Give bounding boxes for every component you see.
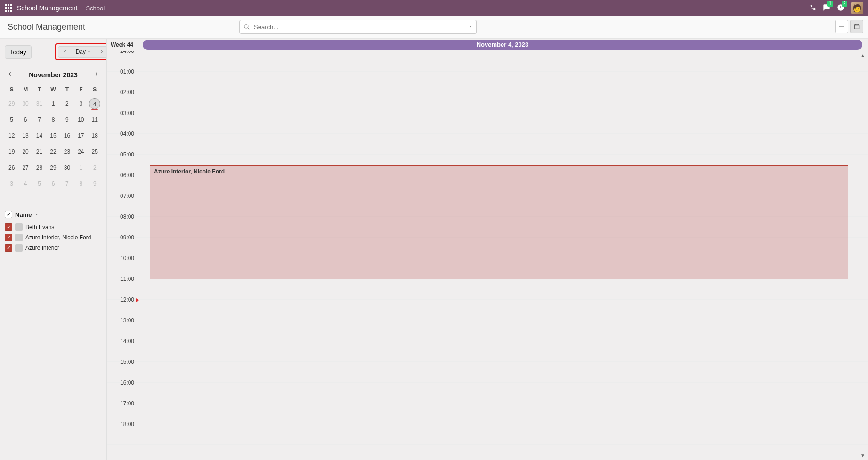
filter-checkbox[interactable]: ✓ bbox=[5, 234, 12, 241]
prev-day-button[interactable] bbox=[58, 46, 72, 58]
calendar-day[interactable]: 6 bbox=[18, 112, 32, 128]
month-title: November 2023 bbox=[29, 71, 78, 79]
hour-label: 14:00 bbox=[107, 337, 139, 358]
filter-avatar bbox=[15, 223, 23, 231]
arrow-right-icon bbox=[99, 49, 105, 55]
calendar-day[interactable]: 8 bbox=[74, 176, 88, 192]
sidebar: Today Day November 2023 SMTWTFS 29303112… bbox=[0, 39, 106, 460]
calendar-day[interactable]: 17 bbox=[74, 128, 88, 144]
hour-label: 15:00 bbox=[107, 358, 139, 378]
hour-label: 18:00 bbox=[107, 420, 139, 441]
calendar-day[interactable]: 15 bbox=[46, 128, 60, 144]
day-pill[interactable]: November 4, 2023 bbox=[143, 40, 862, 50]
search-input[interactable] bbox=[254, 24, 460, 31]
activity-icon[interactable]: 2 bbox=[837, 4, 844, 13]
filter-avatar bbox=[15, 234, 23, 241]
calendar-day[interactable]: 20 bbox=[18, 144, 32, 160]
calendar-day[interactable]: 29 bbox=[5, 96, 18, 112]
prev-month-button[interactable] bbox=[7, 71, 13, 79]
calendar-day[interactable]: 3 bbox=[5, 176, 18, 192]
hour-label: 07:00 bbox=[107, 192, 139, 213]
filter-header[interactable]: ✓ Name bbox=[5, 211, 102, 218]
calendar-day[interactable]: 30 bbox=[18, 96, 32, 112]
date-nav-group: Day bbox=[55, 43, 106, 60]
calendar-day[interactable]: 25 bbox=[88, 144, 102, 160]
hour-label: 09:00 bbox=[107, 234, 139, 254]
calendar-day[interactable]: 2 bbox=[60, 96, 74, 112]
calendar-day[interactable]: 10 bbox=[74, 112, 88, 128]
chat-badge: 1 bbox=[827, 1, 833, 7]
hour-label: 04:00 bbox=[107, 130, 139, 150]
calendar-day[interactable]: 7 bbox=[60, 176, 74, 192]
calendar-day[interactable]: 5 bbox=[32, 176, 46, 192]
next-month-button[interactable] bbox=[93, 71, 100, 79]
filter-label: Beth Evans bbox=[25, 224, 54, 230]
apps-icon[interactable] bbox=[5, 4, 12, 12]
now-indicator bbox=[139, 300, 862, 300]
calendar-day[interactable]: 14 bbox=[32, 128, 46, 144]
filter-checkbox[interactable]: ✓ bbox=[5, 223, 12, 231]
scale-dropdown[interactable]: Day bbox=[72, 46, 95, 58]
calendar-day[interactable]: 28 bbox=[32, 160, 46, 176]
hour-label: 24:00 bbox=[107, 51, 139, 67]
calendar-day[interactable]: 1 bbox=[74, 160, 88, 176]
search-box[interactable] bbox=[239, 20, 464, 34]
filter-item[interactable]: ✓Azure Interior bbox=[5, 243, 102, 253]
view-calendar-button[interactable] bbox=[850, 20, 863, 33]
chat-icon[interactable]: 1 bbox=[823, 4, 830, 13]
calendar-day[interactable]: 26 bbox=[5, 160, 18, 176]
calendar-day[interactable]: 24 bbox=[74, 144, 88, 160]
calendar-day[interactable]: 22 bbox=[46, 144, 60, 160]
filter-label: Azure Interior bbox=[25, 245, 59, 251]
calendar-day[interactable]: 31 bbox=[32, 96, 46, 112]
mini-calendar: SMTWTFS 29303112345678910111213141516171… bbox=[5, 83, 102, 192]
hour-label: 17:00 bbox=[107, 400, 139, 420]
calendar-day[interactable]: 8 bbox=[46, 112, 60, 128]
calendar-day[interactable]: 4 bbox=[18, 176, 32, 192]
hour-label: 08:00 bbox=[107, 213, 139, 233]
calendar-day[interactable]: 12 bbox=[5, 128, 18, 144]
calendar-day[interactable]: 29 bbox=[46, 160, 60, 176]
filter-item[interactable]: ✓Beth Evans bbox=[5, 222, 102, 232]
calendar-day[interactable]: 30 bbox=[60, 160, 74, 176]
caret-down-icon bbox=[87, 50, 91, 54]
view-list-button[interactable] bbox=[835, 20, 848, 33]
hour-label: 06:00 bbox=[107, 172, 139, 192]
phone-icon[interactable] bbox=[810, 4, 816, 12]
menu-school[interactable]: School bbox=[86, 5, 105, 12]
filter-item[interactable]: ✓Azure Interior, Nicole Ford bbox=[5, 232, 102, 243]
calendar-event[interactable]: Azure Interior, Nicole Ford bbox=[150, 165, 848, 279]
calendar-day[interactable]: 16 bbox=[60, 128, 74, 144]
svg-point-0 bbox=[244, 25, 248, 28]
calendar-day[interactable]: 13 bbox=[18, 128, 32, 144]
time-grid[interactable]: 24:0001:0002:0003:0004:0005:0006:0007:00… bbox=[107, 51, 868, 460]
search-icon bbox=[243, 24, 250, 30]
filter-checkbox[interactable]: ✓ bbox=[5, 244, 12, 252]
today-button[interactable]: Today bbox=[5, 45, 32, 59]
next-day-button[interactable] bbox=[95, 46, 106, 58]
activity-badge: 2 bbox=[842, 1, 847, 7]
user-avatar[interactable]: 🧑 bbox=[851, 2, 863, 14]
day-view: Week 44 November 4, 2023 24:0001:0002:00… bbox=[106, 39, 868, 460]
calendar-day[interactable]: 7 bbox=[32, 112, 46, 128]
calendar-day[interactable]: 18 bbox=[88, 128, 102, 144]
search-options-caret[interactable] bbox=[464, 20, 477, 34]
hour-label: 05:00 bbox=[107, 151, 139, 171]
calendar-day[interactable]: 9 bbox=[88, 176, 102, 192]
calendar-day[interactable]: 5 bbox=[5, 112, 18, 128]
calendar-day[interactable]: 19 bbox=[5, 144, 18, 160]
calendar-day[interactable]: 9 bbox=[60, 112, 74, 128]
calendar-day[interactable]: 4 bbox=[88, 96, 102, 112]
calendar-day[interactable]: 21 bbox=[32, 144, 46, 160]
hour-label: 13:00 bbox=[107, 317, 139, 337]
calendar-day[interactable]: 3 bbox=[74, 96, 88, 112]
calendar-day[interactable]: 2 bbox=[88, 160, 102, 176]
calendar-day[interactable]: 27 bbox=[18, 160, 32, 176]
hour-label: 01:00 bbox=[107, 68, 139, 88]
calendar-day[interactable]: 6 bbox=[46, 176, 60, 192]
breadcrumb: School Management bbox=[8, 22, 85, 32]
calendar-day[interactable]: 23 bbox=[60, 144, 74, 160]
app-title[interactable]: School Management bbox=[17, 4, 77, 12]
calendar-day[interactable]: 1 bbox=[46, 96, 60, 112]
calendar-day[interactable]: 11 bbox=[88, 112, 102, 128]
